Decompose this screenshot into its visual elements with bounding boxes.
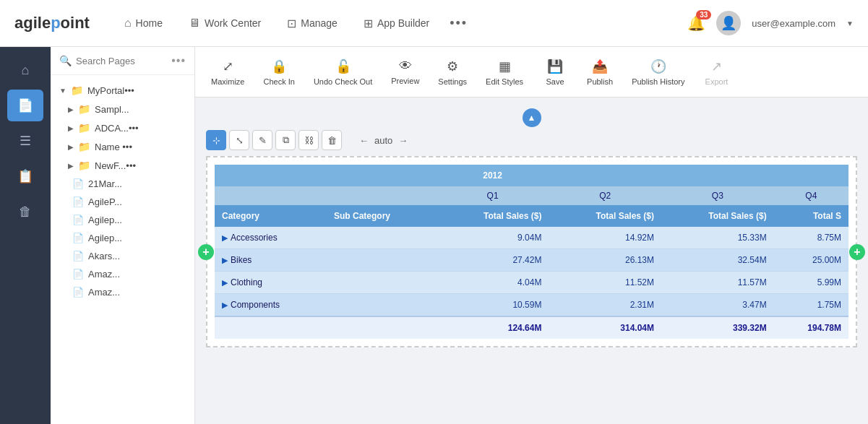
collapse-button[interactable]: ▲ <box>523 108 541 127</box>
checkin-icon: 🔒 <box>271 59 287 74</box>
sidebar-item-agilep2[interactable]: 📄 Agilep... <box>51 211 194 229</box>
preview-button[interactable]: 👁 Preview <box>382 54 428 90</box>
checkin-button[interactable]: 🔒 Check In <box>254 54 303 90</box>
sidebar-item-myportal[interactable]: ▼ 📁 MyPortal••• <box>51 81 194 100</box>
user-name[interactable]: user@example.com <box>752 18 835 29</box>
nav-appbuilder[interactable]: ⊞ App Builder <box>358 12 435 35</box>
components-expand[interactable]: ▶ <box>222 300 228 309</box>
q1-totalsales-header: Total Sales ($) <box>437 205 549 227</box>
bikes-expand[interactable]: ▶ <box>222 256 228 264</box>
accessories-category: ▶Accessories <box>215 227 327 249</box>
accessories-q4: 8.75M <box>774 227 848 249</box>
sidebar-more-button[interactable]: ••• <box>171 54 186 67</box>
publish-button[interactable]: 📤 Publish <box>578 54 622 90</box>
q2-totalsales-header: Total Sales ($) <box>549 205 661 227</box>
accessories-expand[interactable]: ▶ <box>222 233 228 242</box>
widget-link-button[interactable]: ⛓ <box>298 130 319 150</box>
notification-badge: 33 <box>696 10 711 20</box>
maximize-button[interactable]: ⤢ Maximize <box>202 54 253 90</box>
bikes-category: ▶Bikes <box>215 249 327 272</box>
sidebar-item-amaz1[interactable]: 📄 Amaz... <box>51 265 194 283</box>
nav-workcenter[interactable]: 🖥 Work Center <box>183 12 267 34</box>
sidebar-item-21mar[interactable]: 📄 21Mar... <box>51 175 194 193</box>
widget-toolbar: ⊹ ⤡ ✎ ⧉ ⛓ 🗑 ← auto → <box>206 130 857 150</box>
clothing-expand[interactable]: ▶ <box>222 278 228 287</box>
sidebar-item-akars-label: Akars... <box>88 251 120 261</box>
accessories-q1: 9.04M <box>437 227 549 249</box>
table-row: ▶Bikes 27.42M 26.13M 32.54M 25.00M <box>215 249 848 272</box>
sidebar-item-adca-label: ADCA...••• <box>95 123 139 134</box>
components-q1: 10.59M <box>437 294 549 317</box>
widget-edit-button[interactable]: ✎ <box>252 130 272 150</box>
total-q4: 194.78M <box>774 316 848 339</box>
editstyles-icon: ▦ <box>499 59 511 74</box>
nav-more-button[interactable]: ••• <box>450 16 468 31</box>
totals-row: 124.64M 314.04M 339.32M 194.78M <box>215 316 848 339</box>
nav-manage[interactable]: ⊡ Manage <box>281 12 343 35</box>
save-button[interactable]: 💾 Save <box>533 54 577 90</box>
search-input[interactable] <box>76 56 167 66</box>
user-menu-chevron[interactable]: ▼ <box>846 20 854 27</box>
add-row-right-button[interactable]: + <box>849 244 865 260</box>
icon-bar-pages[interactable]: 📄 <box>7 90 43 121</box>
undocheckout-button[interactable]: 🔓 Undo Check Out <box>305 54 381 90</box>
icon-bar-doc[interactable]: 📋 <box>7 160 43 192</box>
icon-bar-list[interactable]: ☰ <box>7 125 43 157</box>
page-toolbar: ⤢ Maximize 🔒 Check In 🔓 Undo Check Out 👁… <box>195 47 868 98</box>
nav-home[interactable]: ⌂ Home <box>119 12 168 34</box>
sidebar-item-akars[interactable]: 📄 Akars... <box>51 247 194 265</box>
sidebar-tree: ▼ 📁 MyPortal••• ▶ 📁 Sampl... ▶ 📁 ADCA...… <box>51 75 194 307</box>
widget-resize-button[interactable]: ⤡ <box>229 130 249 150</box>
sidebar-item-amaz2-label: Amaz... <box>88 287 120 298</box>
sidebar-item-agilep1-label: AgileP... <box>88 196 122 207</box>
editstyles-button[interactable]: ▦ Edit Styles <box>477 54 532 90</box>
subcategory-col-header: Sub Category <box>327 205 437 227</box>
year-2012: 2012 <box>437 165 549 186</box>
user-avatar[interactable]: 👤 <box>716 11 741 35</box>
sidebar-item-adca[interactable]: ▶ 📁 ADCA...••• <box>51 118 194 137</box>
components-q4: 1.75M <box>774 294 848 317</box>
accessories-q3: 15.33M <box>661 227 774 249</box>
widget-trash-button[interactable]: 🗑 <box>322 130 342 150</box>
sidebar-item-agilep1[interactable]: 📄 AgileP... <box>51 193 194 211</box>
components-q2: 2.31M <box>549 294 661 317</box>
publish-icon: 📤 <box>592 59 608 74</box>
sidebar-item-amaz2[interactable]: 📄 Amaz... <box>51 283 194 301</box>
sidebar-item-newf[interactable]: ▶ 📁 NewF...••• <box>51 156 194 175</box>
widget-nav-right[interactable]: → <box>398 135 408 146</box>
total-q3: 339.32M <box>661 316 774 339</box>
main-layout: ⌂ 📄 ☰ 📋 🗑 🔍 ••• ▼ 📁 MyPortal••• ▶ 📁 Samp… <box>0 47 868 424</box>
undocheckout-icon: 🔓 <box>335 59 351 74</box>
folder-icon-adca: 📁 <box>78 122 90 134</box>
year-spacer3 <box>774 165 848 186</box>
icon-bar-home[interactable]: ⌂ <box>7 54 43 86</box>
widget-clone-button[interactable]: ⧉ <box>275 130 296 150</box>
notification-button[interactable]: 🔔 33 <box>687 14 705 32</box>
icon-bar-trash[interactable]: 🗑 <box>7 196 43 228</box>
nav-home-label: Home <box>136 17 163 29</box>
export-icon: ↗ <box>711 59 722 74</box>
totals-label <box>215 316 437 339</box>
bikes-q2: 26.13M <box>549 249 661 272</box>
clothing-q2: 11.52M <box>549 272 661 294</box>
clothing-q1: 4.04M <box>437 272 549 294</box>
sidebar-item-name[interactable]: ▶ 📁 Name ••• <box>51 137 194 156</box>
widget-nav: ← auto → <box>359 135 408 146</box>
folder-icon: 📁 <box>71 85 83 96</box>
maximize-icon: ⤢ <box>223 59 233 74</box>
settings-button[interactable]: ⚙ Settings <box>429 54 476 90</box>
tree-expand-sampl: ▶ <box>68 105 74 113</box>
widget-select-button[interactable]: ⊹ <box>206 130 226 150</box>
data-table-container: 2012 Q1 Q2 Q3 Q4 <box>206 156 857 347</box>
sidebar-item-agilep3[interactable]: 📄 Agilep... <box>51 229 194 247</box>
table-row: ▶Accessories 9.04M 14.92M 15.33M 8.75M <box>215 227 848 249</box>
clothing-q4: 5.99M <box>774 272 848 294</box>
sidebar-item-sampl[interactable]: ▶ 📁 Sampl... <box>51 100 194 118</box>
widget-nav-label: auto <box>374 135 392 146</box>
publishhistory-button[interactable]: 🕐 Publish History <box>623 54 693 90</box>
widget-nav-left[interactable]: ← <box>359 135 369 146</box>
nav-manage-label: Manage <box>301 17 338 29</box>
add-row-left-button[interactable]: + <box>198 244 214 260</box>
total-q1: 124.64M <box>437 316 549 339</box>
export-button[interactable]: ↗ Export <box>695 54 738 90</box>
